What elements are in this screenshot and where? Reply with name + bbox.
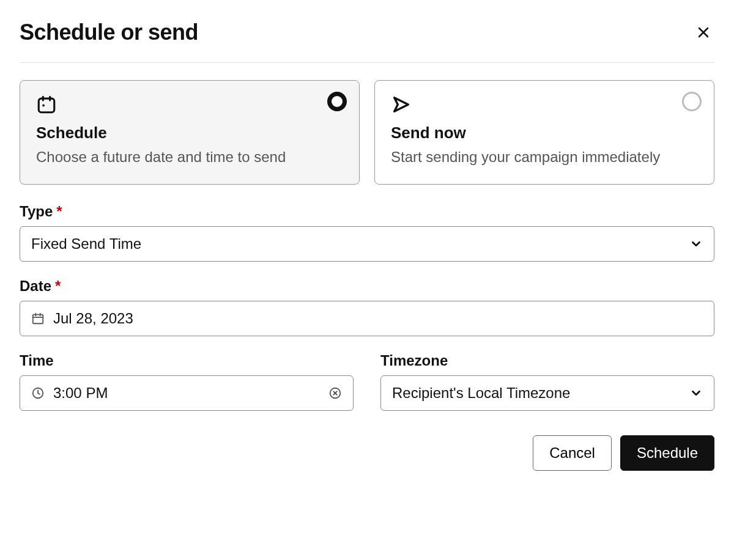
type-value: Fixed Send Time <box>31 235 141 252</box>
clock-icon <box>31 386 45 400</box>
close-button[interactable] <box>692 21 714 43</box>
dialog-footer: Cancel Schedule <box>20 435 714 471</box>
date-row: Date * Jul 28, 2023 <box>20 278 714 336</box>
type-select[interactable]: Fixed Send Time <box>20 226 714 262</box>
dialog-title: Schedule or send <box>20 20 198 45</box>
date-label: Date * <box>20 278 714 295</box>
dialog-header: Schedule or send <box>20 20 714 63</box>
date-value: Jul 28, 2023 <box>53 310 133 327</box>
date-label-text: Date <box>20 278 51 295</box>
svg-rect-6 <box>33 315 43 324</box>
time-col: Time 3:00 PM <box>20 352 354 411</box>
send-now-card-desc: Start sending your campaign immediately <box>391 146 698 168</box>
time-input[interactable]: 3:00 PM <box>20 375 354 411</box>
schedule-card-desc: Choose a future date and time to send <box>36 146 343 168</box>
send-now-card-title: Send now <box>391 123 698 142</box>
schedule-card[interactable]: Schedule Choose a future date and time t… <box>20 80 360 185</box>
send-now-card[interactable]: Send now Start sending your campaign imm… <box>374 80 714 185</box>
time-value: 3:00 PM <box>53 385 108 402</box>
timezone-select[interactable]: Recipient's Local Timezone <box>380 375 714 411</box>
type-label: Type * <box>20 203 714 220</box>
send-mode-cards: Schedule Choose a future date and time t… <box>20 80 714 185</box>
schedule-card-title: Schedule <box>36 123 343 142</box>
calendar-icon <box>36 94 343 115</box>
timezone-col: Timezone Recipient's Local Timezone <box>380 352 714 411</box>
schedule-button[interactable]: Schedule <box>620 435 714 471</box>
chevron-down-icon <box>689 386 703 400</box>
schedule-send-dialog: Schedule or send Schedule Choose a futur… <box>20 20 714 471</box>
send-now-radio[interactable] <box>682 92 702 111</box>
time-timezone-row: Time 3:00 PM Timezone Recipient's Local … <box>20 352 714 411</box>
type-label-text: Type <box>20 203 53 220</box>
timezone-value: Recipient's Local Timezone <box>392 385 570 402</box>
cancel-button[interactable]: Cancel <box>533 435 612 471</box>
send-icon <box>391 94 698 115</box>
required-indicator: * <box>55 278 61 295</box>
close-icon <box>696 24 711 41</box>
schedule-radio[interactable] <box>327 92 347 111</box>
svg-point-5 <box>42 105 45 107</box>
date-input[interactable]: Jul 28, 2023 <box>20 301 714 336</box>
clear-icon[interactable] <box>328 386 342 400</box>
timezone-label: Timezone <box>380 352 714 369</box>
svg-rect-2 <box>39 98 54 112</box>
chevron-down-icon <box>689 237 703 251</box>
calendar-icon <box>31 312 45 325</box>
required-indicator: * <box>56 203 62 220</box>
type-row: Type * Fixed Send Time <box>20 203 714 262</box>
time-label: Time <box>20 352 354 369</box>
